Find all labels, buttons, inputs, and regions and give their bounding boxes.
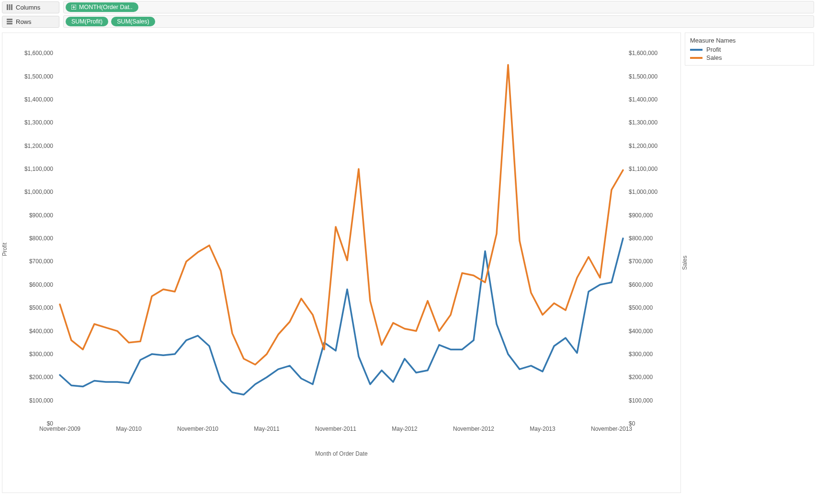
columns-shelf-text: Columns: [16, 4, 40, 11]
y-tick: $400,000: [629, 328, 681, 335]
rows-icon: [6, 18, 13, 25]
x-tick: May-2012: [392, 426, 417, 432]
x-axis: November-2009May-2010November-2010May-20…: [60, 426, 623, 445]
y-tick: $1,200,000: [629, 143, 681, 149]
legend-label: Profit: [706, 46, 721, 53]
y-tick: $1,300,000: [0, 119, 53, 126]
legend-card: Measure Names ProfitSales: [685, 33, 814, 66]
x-tick: November-2010: [177, 426, 218, 432]
columns-drop-area[interactable]: MONTH(Order Dat..: [63, 1, 814, 13]
rows-drop-area[interactable]: SUM(Profit) SUM(Sales): [63, 15, 814, 28]
y-tick: $1,400,000: [0, 96, 53, 103]
y-tick: $1,600,000: [0, 50, 53, 56]
y-tick: $700,000: [0, 258, 53, 265]
chart-view: $0$100,000$200,000$300,000$400,000$500,0…: [2, 33, 681, 493]
y-tick: $200,000: [629, 374, 681, 381]
y-tick: $0: [629, 420, 681, 427]
pill-sum-profit[interactable]: SUM(Profit): [66, 17, 108, 26]
svg-rect-0: [7, 4, 8, 10]
y-tick: $300,000: [629, 351, 681, 358]
svg-rect-2: [11, 4, 12, 10]
y-tick: $1,400,000: [629, 96, 681, 103]
y-tick: $1,200,000: [0, 143, 53, 149]
workspace: $0$100,000$200,000$300,000$400,000$500,0…: [0, 31, 816, 495]
legend-item-profit[interactable]: Profit: [690, 46, 809, 53]
columns-shelf-label[interactable]: Columns: [2, 1, 59, 13]
y-axis-right: $0$100,000$200,000$300,000$400,000$500,0…: [626, 42, 679, 424]
y-tick: $100,000: [0, 397, 53, 404]
x-axis-title: Month of Order Date: [2, 450, 680, 457]
legend-item-sales[interactable]: Sales: [690, 54, 809, 61]
y-tick: $500,000: [629, 304, 681, 311]
x-tick: November-2011: [315, 426, 356, 432]
y-tick: $700,000: [629, 258, 681, 265]
y-axis-left: $0$100,000$200,000$300,000$400,000$500,0…: [3, 42, 56, 424]
rows-shelf-label[interactable]: Rows: [2, 16, 59, 28]
y-tick: $1,000,000: [0, 189, 53, 195]
x-tick: November-2013: [591, 426, 632, 432]
pill-sum-sales[interactable]: SUM(Sales): [111, 17, 155, 26]
pill-month-order-date[interactable]: MONTH(Order Dat..: [66, 2, 138, 12]
y-tick: $300,000: [0, 351, 53, 358]
y-axis-right-title: Sales: [681, 256, 688, 270]
x-tick: May-2010: [116, 426, 141, 432]
y-tick: $800,000: [629, 235, 681, 242]
y-tick: $1,000,000: [629, 189, 681, 195]
y-tick: $900,000: [0, 212, 53, 219]
pill-sum-profit-label: SUM(Profit): [71, 18, 102, 25]
series-profit[interactable]: [60, 238, 623, 394]
y-tick: $600,000: [629, 281, 681, 288]
legend-label: Sales: [706, 54, 722, 61]
svg-rect-1: [9, 4, 11, 10]
legend-swatch: [690, 49, 703, 51]
expand-icon: [71, 5, 76, 10]
legend-title: Measure Names: [690, 37, 809, 44]
rows-shelf-row: Rows SUM(Profit) SUM(Sales): [2, 15, 814, 28]
shelves: Columns MONTH(Order Dat.. Rows SUM(Profi…: [0, 0, 816, 31]
y-tick: $400,000: [0, 328, 53, 335]
y-tick: $1,100,000: [0, 166, 53, 172]
y-tick: $200,000: [0, 374, 53, 381]
x-tick: November-2009: [39, 426, 80, 432]
x-tick: November-2012: [453, 426, 494, 432]
svg-rect-8: [7, 23, 12, 24]
y-tick: $500,000: [0, 304, 53, 311]
x-tick: May-2013: [530, 426, 555, 432]
pill-month-order-date-label: MONTH(Order Dat..: [79, 4, 133, 11]
y-tick: $1,600,000: [629, 50, 681, 56]
y-tick: $1,100,000: [629, 166, 681, 172]
y-axis-left-title: Profit: [1, 243, 8, 256]
y-tick: $900,000: [629, 212, 681, 219]
rows-shelf-text: Rows: [16, 18, 32, 25]
columns-shelf-row: Columns MONTH(Order Dat..: [2, 1, 814, 13]
y-tick: $1,500,000: [0, 73, 53, 80]
legend-swatch: [690, 57, 703, 59]
y-tick: $1,500,000: [629, 73, 681, 80]
y-tick: $1,300,000: [629, 119, 681, 126]
pill-sum-sales-label: SUM(Sales): [117, 18, 149, 25]
plot-area[interactable]: [60, 42, 623, 424]
columns-icon: [6, 4, 13, 11]
svg-rect-6: [7, 19, 12, 20]
y-tick: $100,000: [629, 397, 681, 404]
x-tick: May-2011: [254, 426, 279, 432]
svg-rect-7: [7, 21, 12, 22]
chart-wrap: $0$100,000$200,000$300,000$400,000$500,0…: [2, 33, 680, 493]
y-tick: $800,000: [0, 235, 53, 242]
y-tick: $600,000: [0, 281, 53, 288]
